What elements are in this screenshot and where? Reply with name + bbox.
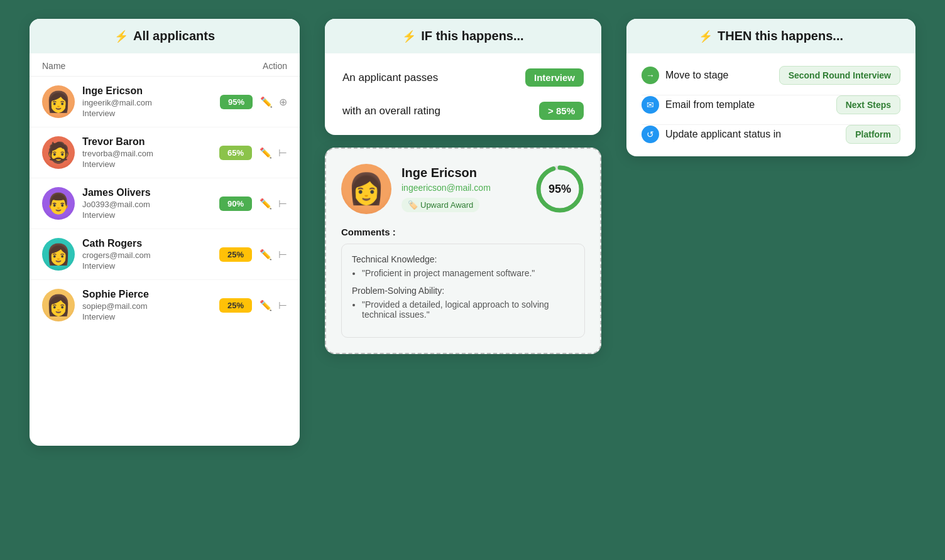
face-icon: 👩: [46, 293, 71, 317]
applicant-info: Sophie Pierce sopiep@mail.com Interview: [82, 289, 212, 321]
comments-section: Comments : Technical Knowledge: "Profici…: [341, 227, 585, 338]
if-body: An applicant passes Interview with an ov…: [325, 53, 601, 135]
action-label: Update applicant status in: [665, 129, 781, 140]
action-type-icon: ↺: [642, 126, 659, 143]
applicant-name: James Olivers: [82, 187, 212, 198]
lightning-icon: ⚡: [114, 30, 128, 43]
face-icon: 🧔: [46, 141, 71, 164]
action-label: Move to stage: [665, 70, 729, 81]
action-icons: ✏️ ⊕: [260, 96, 287, 108]
condition-row-1: An applicant passes Interview: [342, 68, 584, 87]
move-icon[interactable]: ⊢: [278, 249, 287, 261]
if-title: IF this happens...: [421, 29, 523, 43]
applicant-list: 👩 Inge Ericson ingeerik@mail.com Intervi…: [30, 77, 300, 330]
condition-badge-2[interactable]: > 85%: [539, 102, 584, 120]
applicant-stage: Interview: [82, 312, 212, 321]
applicant-name: Inge Ericson: [82, 85, 212, 97]
move-icon[interactable]: ⊢: [278, 147, 287, 159]
applicant-row: 🧔 Trevor Baron trevorba@mail.com Intervi…: [30, 127, 300, 178]
applicant-avatar: 🧔: [42, 136, 75, 169]
edit-icon[interactable]: ✏️: [260, 96, 273, 108]
then-header: ⚡ THEN this happens...: [626, 19, 915, 53]
applicant-info: Inge Ericson ingeerik@mail.com Interview: [82, 85, 212, 118]
then-action-row: ✉ Email from template Next Steps: [642, 95, 900, 125]
score-circle: 95%: [535, 164, 585, 214]
action-icons: ✏️ ⊢: [259, 198, 287, 210]
action-icons: ✏️ ⊢: [259, 249, 287, 261]
condition-text-2: with an overall rating: [342, 105, 440, 117]
face-icon: 👩: [46, 90, 71, 114]
move-icon[interactable]: ⊕: [279, 96, 287, 108]
table-header: Name Action: [30, 53, 300, 77]
applicant-name: Cath Rogers: [82, 238, 212, 249]
then-title: THEN this happens...: [718, 29, 843, 43]
action-icons: ✏️ ⊢: [259, 299, 287, 311]
award-text: Upward Award: [420, 200, 473, 210]
applicant-info: Trevor Baron trevorba@mail.com Interview: [82, 136, 212, 169]
applicant-avatar: 👩: [42, 238, 75, 271]
applicant-row: 👩 Inge Ericson ingeerik@mail.com Intervi…: [30, 77, 300, 127]
applicant-email: ingeerik@mail.com: [82, 98, 212, 107]
applicant-email: sopiep@mail.com: [82, 301, 212, 311]
move-icon[interactable]: ⊢: [278, 198, 287, 210]
action-left: ↺ Update applicant status in: [642, 126, 781, 143]
then-rows: → Move to stage Second Round Interview ✉…: [642, 66, 900, 144]
edit-icon[interactable]: ✏️: [259, 299, 272, 311]
detail-face-icon: 👩: [347, 171, 385, 207]
action-icons: ✏️ ⊢: [259, 147, 287, 159]
then-card: ⚡ THEN this happens... → Move to stage S…: [626, 19, 915, 156]
edit-icon[interactable]: ✏️: [259, 147, 272, 159]
middle-column: ⚡ IF this happens... An applicant passes…: [325, 19, 601, 354]
col-name: Name: [42, 61, 65, 71]
then-action-row: → Move to stage Second Round Interview: [642, 66, 900, 95]
then-lightning-icon: ⚡: [699, 30, 713, 43]
applicant-stage: Interview: [82, 261, 212, 271]
action-type-icon: ✉: [642, 96, 659, 114]
applicant-stage: Interview: [82, 109, 212, 118]
action-value-badge[interactable]: Second Round Interview: [779, 66, 900, 85]
award-badge: 🏷️ Upward Award: [401, 198, 479, 212]
edit-icon[interactable]: ✏️: [259, 249, 272, 261]
applicant-avatar: 👩: [42, 289, 75, 321]
then-action-row: ↺ Update applicant status in Platform: [642, 125, 900, 144]
move-icon[interactable]: ⊢: [278, 299, 287, 311]
applicants-title: All applicants: [133, 29, 215, 43]
detail-name: Inge Ericson: [401, 166, 525, 180]
comment-category-2: Problem-Solving Ability:: [352, 286, 574, 296]
applicant-email: crogers@mail.com: [82, 250, 212, 260]
detail-email: ingeericson@mail.com: [401, 183, 525, 193]
action-value-badge[interactable]: Platform: [846, 125, 900, 144]
applicant-stage: Interview: [82, 159, 212, 169]
applicant-info: James Olivers Jo0393@mail.com Interview: [82, 187, 212, 220]
applicant-name: Trevor Baron: [82, 136, 212, 148]
action-type-icon: →: [642, 67, 659, 84]
applicants-panel: ⚡ All applicants Name Action 👩 Inge Eric…: [30, 19, 300, 446]
applicant-row: 👨 James Olivers Jo0393@mail.com Intervie…: [30, 178, 300, 229]
applicant-row: 👩 Sophie Pierce sopiep@mail.com Intervie…: [30, 280, 300, 330]
detail-body: 👩 Inge Ericson ingeericson@mail.com 🏷️ U…: [326, 149, 600, 353]
action-left: ✉ Email from template: [642, 96, 755, 114]
condition-badge-1[interactable]: Interview: [525, 68, 584, 87]
applicant-name: Sophie Pierce: [82, 289, 212, 300]
main-container: ⚡ All applicants Name Action 👩 Inge Eric…: [0, 0, 945, 560]
action-label: Email from template: [665, 99, 755, 110]
score-badge: 65%: [219, 146, 252, 160]
applicant-avatar: 👩: [42, 85, 75, 118]
score-badge: 90%: [219, 197, 252, 211]
comments-label: Comments :: [341, 227, 585, 237]
applicant-email: Jo0393@mail.com: [82, 200, 212, 209]
then-body: → Move to stage Second Round Interview ✉…: [626, 53, 915, 156]
applicant-stage: Interview: [82, 210, 212, 220]
score-text: 95%: [549, 183, 571, 196]
detail-info: Inge Ericson ingeericson@mail.com 🏷️ Upw…: [401, 166, 525, 212]
action-value-badge[interactable]: Next Steps: [836, 95, 900, 114]
edit-icon[interactable]: ✏️: [259, 198, 272, 210]
detail-top: 👩 Inge Ericson ingeericson@mail.com 🏷️ U…: [341, 164, 585, 214]
if-header: ⚡ IF this happens...: [325, 19, 601, 53]
comment-item-2: "Provided a detailed, logical approach t…: [362, 299, 574, 320]
col-action: Action: [263, 61, 287, 71]
score-badge: 95%: [220, 95, 253, 109]
action-left: → Move to stage: [642, 67, 729, 84]
applicant-avatar: 👨: [42, 187, 75, 220]
face-icon: 👨: [46, 191, 71, 215]
